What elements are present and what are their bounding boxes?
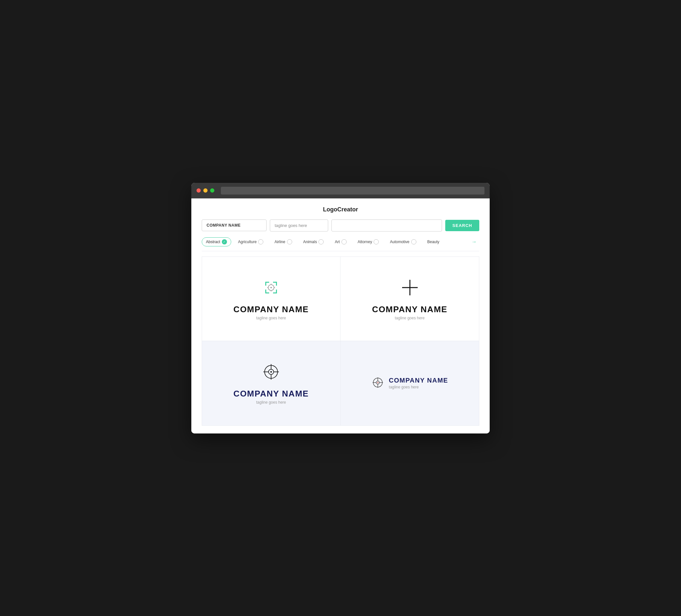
category-label-abstract: Abstract	[206, 239, 220, 244]
category-label-animals: Animals	[303, 239, 317, 244]
category-chip-art[interactable]: Art	[330, 237, 351, 247]
category-next-button[interactable]: →	[469, 238, 479, 246]
logo-3-company-name: COMPANY NAME	[233, 389, 309, 399]
category-label-airline: Airline	[274, 239, 285, 244]
crosshair-green-icon	[261, 277, 281, 299]
logo-4-row: COMPANY NAME tagline goes here	[371, 376, 448, 390]
logo-1-company-name: COMPANY NAME	[233, 304, 309, 314]
svg-point-9	[271, 287, 272, 288]
check-icon-abstract: ✓	[222, 239, 227, 245]
category-chip-animals[interactable]: Animals	[299, 237, 328, 247]
logo-1-tagline: tagline goes here	[256, 316, 286, 320]
svg-point-26	[377, 382, 378, 383]
logo-4-text-group: COMPANY NAME tagline goes here	[389, 377, 448, 389]
category-bar: Abstract ✓ Agriculture Airline Animals A…	[202, 237, 479, 251]
logo-card-2[interactable]: COMPANY NAME tagline goes here	[340, 257, 479, 341]
crosshair-small-icon	[371, 376, 384, 390]
traffic-light-red[interactable]	[197, 188, 201, 192]
check-icon-airline	[287, 239, 292, 245]
crosshair-circle-icon	[261, 361, 281, 384]
tagline-input[interactable]	[270, 220, 328, 231]
logo-3-tagline: tagline goes here	[256, 400, 286, 405]
logo-2-company-name: COMPANY NAME	[372, 304, 447, 314]
category-label-agriculture: Agriculture	[238, 239, 256, 244]
svg-rect-1	[265, 282, 266, 286]
app-title: LogoCreator	[323, 206, 358, 213]
browser-titlebar	[191, 183, 490, 199]
address-bar	[221, 187, 484, 195]
category-chip-automotive[interactable]: Automotive	[385, 237, 420, 247]
keyword-input[interactable]	[331, 220, 442, 231]
category-label-beauty: Beauty	[427, 239, 439, 244]
check-icon-attorney	[374, 239, 379, 245]
logo-4-company-name: COMPANY NAME	[389, 377, 448, 384]
search-bar: SEARCH	[202, 220, 479, 231]
category-chip-beauty[interactable]: Beauty	[423, 238, 444, 246]
check-icon-art	[342, 239, 347, 245]
logo-card-1[interactable]: COMPANY NAME tagline goes here	[202, 257, 340, 341]
category-label-attorney: Attorney	[358, 239, 372, 244]
check-icon-animals	[319, 239, 324, 245]
check-icon-agriculture	[258, 239, 263, 245]
plus-icon	[400, 277, 420, 299]
svg-rect-7	[276, 289, 277, 293]
company-name-input[interactable]	[202, 220, 267, 231]
check-icon-automotive	[411, 239, 417, 245]
logo-2-tagline: tagline goes here	[395, 316, 425, 320]
logo-card-3[interactable]: COMPANY NAME tagline goes here	[202, 341, 340, 426]
svg-rect-3	[276, 282, 277, 286]
app-content: LogoCreator SEARCH Abstract ✓ Agricultur…	[191, 199, 490, 434]
category-label-automotive: Automotive	[390, 239, 409, 244]
search-button[interactable]: SEARCH	[445, 220, 479, 231]
category-chip-abstract[interactable]: Abstract ✓	[202, 237, 231, 247]
browser-window: LogoCreator SEARCH Abstract ✓ Agricultur…	[191, 183, 490, 434]
category-label-art: Art	[335, 239, 339, 244]
logo-4-tagline: tagline goes here	[389, 385, 448, 389]
logo-grid: COMPANY NAME tagline goes here COMPANY N…	[202, 256, 479, 426]
category-chip-agriculture[interactable]: Agriculture	[234, 237, 268, 247]
svg-rect-5	[265, 289, 266, 293]
traffic-light-green[interactable]	[210, 188, 215, 192]
category-chip-airline[interactable]: Airline	[270, 237, 296, 247]
app-header: LogoCreator	[202, 206, 479, 213]
category-chip-attorney[interactable]: Attorney	[353, 237, 383, 247]
logo-card-4[interactable]: COMPANY NAME tagline goes here	[340, 341, 479, 426]
traffic-light-yellow[interactable]	[203, 188, 207, 192]
svg-point-18	[271, 371, 272, 373]
